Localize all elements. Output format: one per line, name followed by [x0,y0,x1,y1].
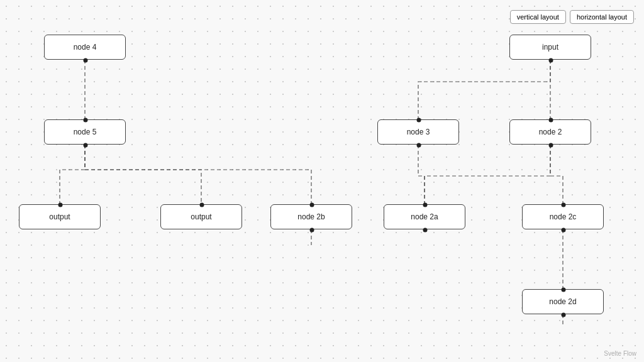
dot-bottom-node2 [549,143,553,148]
dot-top-node2d [562,288,566,292]
dot-top-node2b [310,203,314,207]
node-node2a[interactable]: node 2a [384,204,465,229]
node-input[interactable]: input [509,35,591,60]
dot-bottom-node2d [562,313,566,317]
flow-canvas: vertical layout horizontal layout node 4… [0,0,644,362]
dot-bottom-node5 [84,143,88,148]
dot-bottom-node2a [423,228,428,233]
dot-top-output1 [58,203,63,207]
node-node4[interactable]: node 4 [44,35,126,60]
dot-bottom-node4 [84,58,88,63]
toolbar: vertical layout horizontal layout [510,10,634,24]
watermark: Svelte Flow [604,350,636,357]
node-node3[interactable]: node 3 [377,119,459,145]
node-node2[interactable]: node 2 [509,119,591,145]
dot-top-node3 [417,118,421,123]
dot-top-node2c [562,203,566,207]
dot-top-output2 [200,203,204,207]
node-node2c[interactable]: node 2c [522,204,604,229]
dot-bottom-node3 [417,143,421,148]
dot-bottom-node2b [310,228,314,233]
node-output2[interactable]: output [160,204,242,229]
dot-top-node2 [549,118,553,123]
node-node5[interactable]: node 5 [44,119,126,145]
node-output1[interactable]: output [19,204,101,229]
dot-top-node5 [84,118,88,123]
node-node2b[interactable]: node 2b [270,204,352,229]
horizontal-layout-button[interactable]: horizontal layout [570,10,634,24]
dot-top-node2a [423,203,428,207]
vertical-layout-button[interactable]: vertical layout [510,10,566,24]
dot-bottom-input [549,58,553,63]
node-node2d[interactable]: node 2d [522,289,604,314]
dot-bottom-node2c [562,228,566,233]
